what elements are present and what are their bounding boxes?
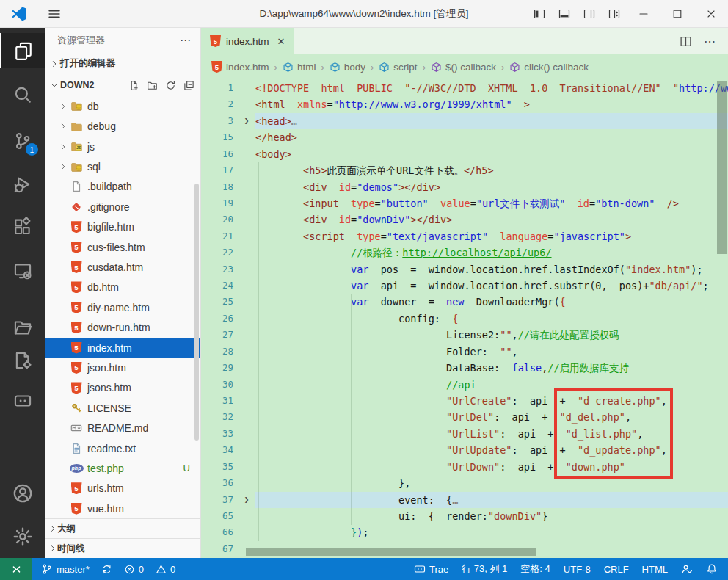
activity-code-settings-button[interactable] [0,343,46,378]
file-item[interactable]: README.md [46,418,200,438]
file-item[interactable]: 5cusdata.htm [46,257,200,277]
code-line[interactable]: 21 <script type="text/javascript" langua… [201,228,728,244]
status-cursor-position[interactable]: 行 73, 列 1 [462,562,507,576]
file-item[interactable]: db [46,96,200,116]
activity-run-debug-button[interactable] [0,167,46,202]
status-indentation[interactable]: 空格: 4 [520,562,550,576]
code-line[interactable]: 2<html xmlns="http://www.w3.org/1999/xht… [201,96,728,112]
layout-customize-button[interactable] [602,0,627,28]
activity-extensions-button[interactable] [0,209,46,244]
file-item[interactable]: 5index.htm [46,338,200,358]
code-line[interactable]: 27 License2:"",//请在此处配置授权码 [201,327,728,343]
status-warnings[interactable]: 0 [156,564,175,575]
activity-folder-opened-button[interactable] [0,310,46,345]
code-line-content[interactable]: <body> [255,146,728,162]
status-encoding[interactable]: UTF-8 [564,564,591,575]
activity-explorer-button[interactable] [0,33,46,68]
timeline-section[interactable]: 时间线 [46,538,200,558]
activity-source-control-button[interactable]: 1 [0,123,46,159]
code-line[interactable]: 1<!DOCTYPE html PUBLIC "-//W3C//DTD XHTM… [201,80,728,96]
code-line[interactable]: 22 //根路径：http://localhost/api/up6/ [201,244,728,261]
code-line-content[interactable]: config: { [255,311,728,327]
activity-remote-explorer-button[interactable] [0,253,46,289]
split-editor-icon[interactable] [680,35,692,48]
layout-sidebar-right-button[interactable] [577,0,602,28]
menu-icon[interactable] [47,7,62,21]
status-errors[interactable]: 0 [124,564,144,575]
code-line[interactable]: 24 var api = window.location.href.substr… [201,278,728,294]
layout-panel-button[interactable] [552,0,577,28]
code-line-content[interactable]: <h5>此页面演示单个URL文件下载。</h5> [255,162,728,178]
file-item[interactable]: 5cus-files.htm [46,237,200,257]
code-line[interactable]: 3❯<head>… [201,113,728,129]
open-editors-section[interactable]: 打开的编辑器 [46,53,200,75]
vertical-scrollbar[interactable] [717,81,727,254]
code-line-content[interactable]: <div id="demos"></div> [255,179,728,195]
sidebar-scrollbar[interactable] [194,184,199,441]
file-item[interactable]: JSjs [46,137,200,156]
collapse-all-button[interactable] [183,80,194,91]
code-line-content[interactable]: Folder: "", [255,344,728,360]
code-line[interactable]: 65 ui: { render:"downDiv"} [201,508,728,524]
status-feedback[interactable] [681,563,693,575]
maximize-button[interactable] [660,0,694,28]
tab-index-htm[interactable]: 5 index.htm ✕ [201,28,294,54]
code-line-content[interactable]: <head>… [255,113,728,129]
status-git-branch[interactable]: master* [41,563,90,575]
code-line-content[interactable]: <div id="downDiv"></div> [255,211,728,228]
activity-chat-button[interactable] [0,383,46,418]
file-item[interactable]: .gitignore [46,197,200,217]
code-line-content[interactable]: DataBase: false,//启用数据库支持 [255,360,728,376]
breadcrumb-item[interactable]: click() callback [509,62,589,73]
code-line[interactable]: 20 <div id="downDiv"></div> [201,211,728,228]
file-item[interactable]: LICENSE [46,398,200,418]
code-line[interactable]: 26 config: { [201,311,728,327]
file-item[interactable]: 5down-run.htm [46,318,200,338]
code-line-content[interactable]: var downer = new DownloaderMgr({ [255,294,728,310]
code-line[interactable]: 18 <div id="demos"></div> [201,179,728,195]
breadcrumb-item[interactable]: body [330,62,365,73]
code-line-content[interactable]: <input type="button" value="url文件下载测试" i… [255,195,728,211]
file-item[interactable]: 5db.htm [46,278,200,297]
breadcrumb-item[interactable]: html [283,62,316,73]
breadcrumb-item[interactable]: script [379,62,417,73]
code-line-content[interactable]: //根路径：http://localhost/api/up6/ [255,244,728,261]
code-line[interactable]: 29 DataBase: false,//启用数据库支持 [201,360,728,376]
breadcrumb-item[interactable]: 5index.htm [211,61,269,73]
code-line-content[interactable]: }); [255,524,728,540]
code-line-content[interactable]: <!DOCTYPE html PUBLIC "-//W3C//DTD XHTML… [255,80,728,96]
code-line-content[interactable]: ui: { render:"downDiv"} [255,508,728,524]
tab-close-icon[interactable]: ✕ [277,36,285,47]
status-notifications[interactable] [706,563,718,575]
file-item[interactable]: readme.txt [46,438,200,458]
code-line[interactable]: 25 var downer = new DownloaderMgr({ [201,294,728,310]
more-actions-icon[interactable]: ⋯ [704,35,716,48]
code-line[interactable]: 17 <h5>此页面演示单个URL文件下载。</h5> [201,162,728,178]
file-item[interactable]: debug [46,117,200,137]
layout-sidebar-button[interactable] [527,0,552,28]
minimize-button[interactable] [627,0,660,28]
file-item[interactable]: 5diy-name.htm [46,297,200,317]
refresh-button[interactable] [165,80,176,91]
file-item[interactable]: .buildpath [46,177,200,197]
sidebar-more-actions-button[interactable]: ⋯ [180,34,192,47]
code-line-content[interactable]: event: {… [255,492,728,508]
horizontal-scrollbar[interactable] [246,548,536,556]
file-item[interactable]: 5vue.htm [46,499,200,518]
code-line[interactable]: 23 var pos = window.location.href.lastIn… [201,261,728,278]
file-item[interactable]: 5json.htm [46,358,200,377]
status-language-mode[interactable]: HTML [642,564,668,575]
code-editor[interactable]: 1<!DOCTYPE html PUBLIC "-//W3C//DTD XHTM… [201,79,728,558]
breadcrumb-item[interactable]: $() callback [431,62,496,73]
code-line[interactable]: 37❯ event: {… [201,492,728,508]
file-item[interactable]: phptest.phpU [46,458,200,478]
code-line[interactable]: 19 <input type="button" value="url文件下载测试… [201,195,728,211]
close-button[interactable] [694,0,728,28]
code-line-content[interactable]: <script type="text/javascript" language=… [255,228,728,244]
new-file-button[interactable] [128,80,139,91]
code-line-content[interactable]: License2:"",//请在此处配置授权码 [255,327,728,343]
file-item[interactable]: 5urls.htm [46,479,200,499]
code-line[interactable]: 16<body> [201,146,728,162]
file-item[interactable]: 5jsons.htm [46,378,200,398]
fold-chevron-icon[interactable]: ❯ [238,113,255,129]
